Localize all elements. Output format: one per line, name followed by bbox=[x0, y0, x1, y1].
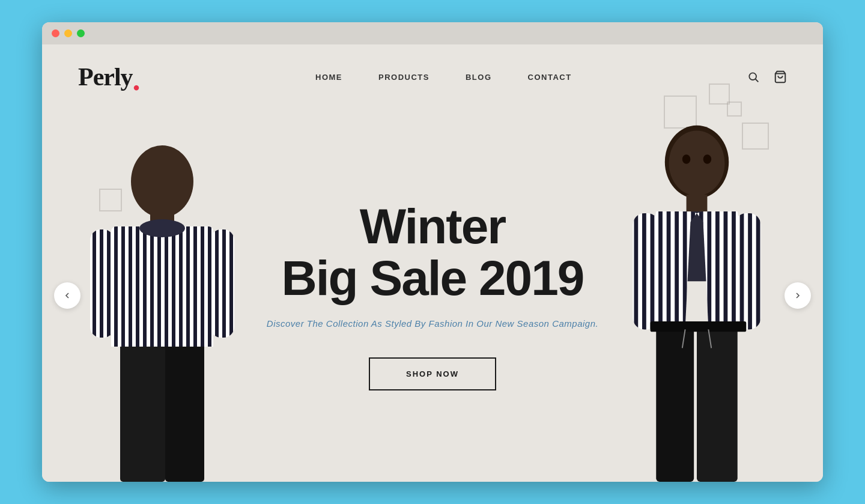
hero-title-line2: Big Sale 2019 bbox=[282, 250, 584, 305]
svg-rect-31 bbox=[651, 321, 747, 332]
logo-dot: . bbox=[133, 62, 140, 97]
logo[interactable]: Perly. bbox=[78, 62, 140, 91]
nav-blog[interactable]: BLOG bbox=[466, 73, 492, 82]
browser-window: Perly. HOME PRODUCTS BLOG CONTACT bbox=[42, 22, 823, 482]
chevron-left-icon bbox=[62, 291, 72, 300]
svg-rect-30 bbox=[697, 325, 738, 482]
browser-chrome bbox=[42, 22, 823, 44]
header-icons bbox=[747, 70, 787, 83]
nav-contact[interactable]: CONTACT bbox=[528, 73, 572, 82]
hero-subtitle: Discover The Collection As Styled By Fas… bbox=[267, 318, 598, 329]
svg-rect-28 bbox=[735, 213, 761, 330]
svg-rect-29 bbox=[656, 325, 694, 482]
svg-point-0 bbox=[749, 73, 756, 80]
model-right bbox=[607, 121, 787, 482]
logo-text: Perly bbox=[78, 63, 133, 91]
carousel-next-button[interactable] bbox=[785, 282, 811, 309]
nav-home[interactable]: HOME bbox=[315, 73, 342, 82]
hero-title-line1: Winter bbox=[360, 199, 505, 254]
search-button[interactable] bbox=[747, 71, 759, 83]
svg-rect-8 bbox=[111, 226, 213, 347]
svg-rect-13 bbox=[165, 344, 204, 482]
nav-products[interactable]: PRODUCTS bbox=[378, 73, 429, 82]
search-icon bbox=[747, 71, 759, 83]
svg-rect-10 bbox=[90, 229, 114, 338]
model-left-svg bbox=[78, 133, 246, 482]
carousel-prev-button[interactable] bbox=[54, 282, 80, 309]
hero-section: Winter Big Sale 2019 Discover The Collec… bbox=[42, 109, 823, 482]
hero-content: Winter Big Sale 2019 Discover The Collec… bbox=[267, 201, 598, 390]
model-left bbox=[78, 133, 246, 482]
svg-point-18 bbox=[669, 130, 725, 195]
svg-point-9 bbox=[139, 219, 185, 237]
svg-point-19 bbox=[682, 154, 691, 163]
shop-now-button[interactable]: SHOP NOW bbox=[369, 357, 496, 390]
dot-close[interactable] bbox=[52, 29, 59, 37]
hero-title: Winter Big Sale 2019 bbox=[267, 201, 598, 304]
dot-minimize[interactable] bbox=[64, 29, 72, 37]
cart-icon bbox=[774, 70, 787, 83]
main-nav: HOME PRODUCTS BLOG CONTACT bbox=[315, 73, 572, 82]
svg-rect-27 bbox=[633, 213, 660, 330]
model-right-svg bbox=[607, 121, 787, 482]
chevron-right-icon bbox=[793, 291, 803, 300]
svg-rect-12 bbox=[120, 344, 165, 482]
svg-rect-21 bbox=[687, 195, 708, 213]
svg-rect-14 bbox=[111, 335, 213, 347]
dot-maximize[interactable] bbox=[77, 29, 85, 37]
svg-line-1 bbox=[756, 79, 759, 82]
svg-point-20 bbox=[703, 154, 712, 163]
cart-button[interactable] bbox=[774, 70, 787, 83]
website-content: Perly. HOME PRODUCTS BLOG CONTACT bbox=[42, 44, 823, 482]
svg-point-6 bbox=[131, 145, 193, 217]
header: Perly. HOME PRODUCTS BLOG CONTACT bbox=[42, 44, 823, 109]
svg-rect-11 bbox=[210, 229, 234, 338]
